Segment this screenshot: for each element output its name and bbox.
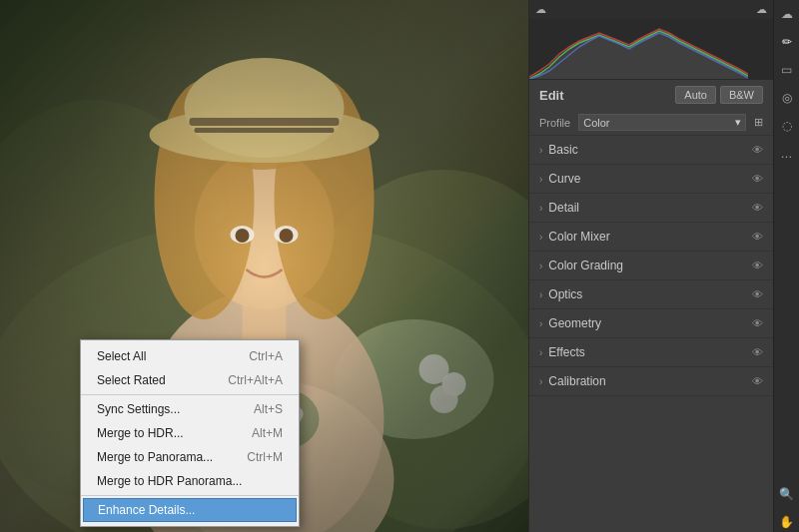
profile-row: Profile Color ▾ ⊞ [529, 110, 773, 136]
calibration-eye-icon[interactable]: 👁 [752, 375, 763, 387]
panel-sections: › Basic 👁 › Curve 👁 › Detail 👁 [529, 136, 773, 532]
profile-select[interactable]: Color ▾ [578, 114, 746, 131]
section-geometry[interactable]: › Geometry 👁 [529, 309, 773, 338]
profile-dropdown-arrow: ▾ [735, 116, 741, 129]
histogram: ☁ ☁ [529, 0, 773, 80]
menu-item-merge-panorama[interactable]: Merge to Panorama... Ctrl+M [81, 445, 299, 469]
effects-eye-icon[interactable]: 👁 [752, 346, 763, 358]
histogram-top-icons: ☁ ☁ [529, 0, 773, 19]
curve-chevron: › [539, 174, 542, 185]
menu-item-select-rated[interactable]: Select Rated Ctrl+Alt+A [81, 368, 299, 392]
optics-eye-icon[interactable]: 👁 [752, 288, 763, 300]
crop-icon[interactable]: ▭ [777, 60, 797, 80]
basic-label: Basic [548, 143, 577, 157]
section-basic[interactable]: › Basic 👁 [529, 136, 773, 165]
optics-chevron: › [539, 289, 542, 300]
section-effects[interactable]: › Effects 👁 [529, 338, 773, 367]
develop-icon[interactable]: ✏ [777, 32, 797, 52]
menu-item-merge-hdr[interactable]: Merge to HDR... Alt+M [81, 421, 299, 445]
color-mixer-label: Color Mixer [548, 230, 609, 244]
more-icon[interactable]: … [777, 144, 797, 164]
geometry-label: Geometry [548, 316, 601, 330]
optics-label: Optics [548, 287, 582, 301]
mask-icon[interactable]: ◌ [777, 116, 797, 136]
menu-separator-1 [81, 394, 299, 395]
curve-label: Curve [548, 172, 580, 186]
section-color-mixer[interactable]: › Color Mixer 👁 [529, 223, 773, 252]
edit-action-buttons: Auto B&W [675, 86, 763, 104]
hand-icon[interactable]: ✋ [777, 512, 797, 532]
curve-eye-icon[interactable]: 👁 [752, 173, 763, 185]
search-icon[interactable]: 🔍 [777, 484, 797, 504]
detail-chevron: › [539, 203, 542, 214]
color-mixer-chevron: › [539, 232, 542, 243]
color-grading-label: Color Grading [548, 259, 623, 272]
far-right-toolbar: ☁ ✏ ▭ ◎ ◌ … 🔍 ✋ [773, 0, 799, 532]
color-mixer-eye-icon[interactable]: 👁 [752, 231, 763, 243]
basic-eye-icon[interactable]: 👁 [752, 144, 763, 156]
detail-eye-icon[interactable]: 👁 [752, 202, 763, 214]
profile-label: Profile [539, 117, 570, 129]
right-side-panel: ☁ ☁ [528, 0, 799, 532]
section-detail[interactable]: › Detail 👁 [529, 194, 773, 223]
geometry-chevron: › [539, 318, 542, 329]
context-menu: Select All Ctrl+A Select Rated Ctrl+Alt+… [80, 339, 300, 527]
color-grading-eye-icon[interactable]: 👁 [752, 260, 763, 271]
cloud-icon-left[interactable]: ☁ [535, 3, 546, 16]
menu-item-select-all[interactable]: Select All Ctrl+A [81, 344, 299, 368]
profile-grid-icon[interactable]: ⊞ [754, 116, 763, 129]
bw-button[interactable]: B&W [720, 86, 763, 104]
section-color-grading[interactable]: › Color Grading 👁 [529, 252, 773, 280]
auto-button[interactable]: Auto [675, 86, 716, 104]
menu-item-merge-hdr-panorama[interactable]: Merge to HDR Panorama... [81, 469, 299, 493]
calibration-label: Calibration [548, 374, 605, 388]
detail-label: Detail [548, 201, 579, 215]
effects-label: Effects [548, 345, 584, 359]
menu-item-sync-settings[interactable]: Sync Settings... Alt+S [81, 397, 299, 421]
section-calibration[interactable]: › Calibration 👁 [529, 367, 773, 396]
edit-header: Edit Auto B&W [529, 80, 773, 110]
cloud-icon-right[interactable]: ☁ [756, 3, 767, 16]
healing-icon[interactable]: ◎ [777, 88, 797, 108]
basic-chevron: › [539, 145, 542, 156]
effects-chevron: › [539, 347, 542, 358]
menu-item-enhance-details[interactable]: Enhance Details... [83, 498, 297, 522]
color-grading-chevron: › [539, 261, 542, 271]
cloud-sync-icon[interactable]: ☁ [777, 4, 797, 24]
calibration-chevron: › [539, 376, 542, 387]
section-curve[interactable]: › Curve 👁 [529, 165, 773, 194]
geometry-eye-icon[interactable]: 👁 [752, 317, 763, 329]
photo-area: Select All Ctrl+A Select Rated Ctrl+Alt+… [0, 0, 528, 532]
develop-panel: ☁ ☁ [528, 0, 773, 532]
section-optics[interactable]: › Optics 👁 [529, 280, 773, 309]
edit-label: Edit [539, 88, 564, 103]
menu-separator-2 [81, 495, 299, 496]
